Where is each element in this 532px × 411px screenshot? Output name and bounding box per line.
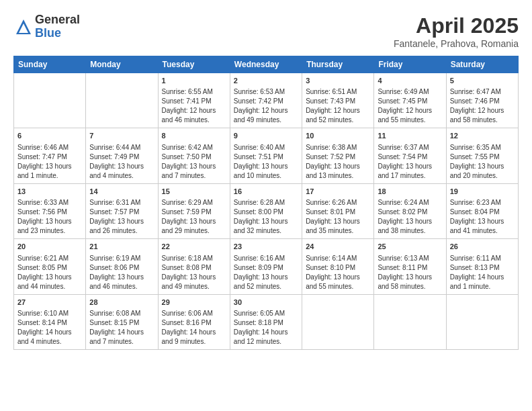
day-content: Sunset: 7:51 PM <box>234 152 298 162</box>
day-number: 5 <box>450 76 515 86</box>
day-content: Sunset: 8:13 PM <box>450 263 515 273</box>
calendar-week-row: 13Sunrise: 6:33 AMSunset: 7:56 PMDayligh… <box>14 183 519 238</box>
day-content: Sunset: 8:10 PM <box>306 263 370 273</box>
day-content: Sunrise: 6:19 AM <box>89 254 154 263</box>
day-content: Sunset: 8:08 PM <box>162 263 226 273</box>
day-content: Daylight: 13 hours and 17 minutes. <box>378 162 442 181</box>
day-content: Sunrise: 6:47 AM <box>450 87 515 97</box>
day-content: Daylight: 14 hours and 12 minutes. <box>234 328 298 347</box>
day-content: Daylight: 13 hours and 55 minutes. <box>306 273 370 291</box>
calendar-table: SundayMondayTuesdayWednesdayThursdayFrid… <box>13 56 519 350</box>
day-content: Sunrise: 6:26 AM <box>306 198 370 208</box>
calendar-cell: 11Sunrise: 6:37 AMSunset: 7:54 PMDayligh… <box>374 128 446 183</box>
day-content: Sunset: 8:02 PM <box>378 208 442 217</box>
calendar-cell: 23Sunrise: 6:16 AMSunset: 8:09 PMDayligh… <box>230 239 302 294</box>
calendar-cell: 17Sunrise: 6:26 AMSunset: 8:01 PMDayligh… <box>302 183 374 238</box>
day-content: Daylight: 13 hours and 10 minutes. <box>234 162 298 181</box>
day-number: 9 <box>234 131 298 141</box>
day-content: Sunrise: 6:40 AM <box>234 143 298 152</box>
day-number: 10 <box>306 131 370 141</box>
day-content: Sunset: 8:06 PM <box>89 263 154 273</box>
calendar-day-header: Wednesday <box>230 56 302 73</box>
day-content: Sunset: 7:45 PM <box>378 97 442 106</box>
day-content: Sunrise: 6:08 AM <box>89 309 154 318</box>
day-number: 21 <box>89 242 154 252</box>
main-title: April 2025 <box>394 13 519 38</box>
day-content: Daylight: 13 hours and 58 minutes. <box>378 273 442 291</box>
calendar-day-header: Sunday <box>14 56 86 73</box>
day-number: 25 <box>378 242 442 252</box>
day-content: Sunrise: 6:05 AM <box>234 309 298 318</box>
calendar-week-row: 20Sunrise: 6:21 AMSunset: 8:05 PMDayligh… <box>14 239 519 294</box>
day-number: 1 <box>162 76 226 86</box>
calendar-cell: 7Sunrise: 6:44 AMSunset: 7:49 PMDaylight… <box>86 128 158 183</box>
day-content: Sunset: 8:09 PM <box>234 263 298 273</box>
day-number: 24 <box>306 242 370 252</box>
calendar-cell <box>302 294 374 349</box>
day-content: Daylight: 13 hours and 32 minutes. <box>234 217 298 236</box>
calendar-day-header: Saturday <box>446 56 518 73</box>
calendar-cell: 1Sunrise: 6:55 AMSunset: 7:41 PMDaylight… <box>158 73 230 128</box>
day-content: Sunrise: 6:11 AM <box>450 254 515 263</box>
calendar-day-header: Monday <box>86 56 158 73</box>
day-content: Sunrise: 6:42 AM <box>162 143 226 152</box>
calendar-cell: 5Sunrise: 6:47 AMSunset: 7:46 PMDaylight… <box>446 73 518 128</box>
day-content: Sunrise: 6:18 AM <box>162 254 226 263</box>
calendar-day-header: Tuesday <box>158 56 230 73</box>
day-content: Daylight: 13 hours and 38 minutes. <box>378 217 442 236</box>
day-content: Daylight: 13 hours and 1 minute. <box>17 162 82 181</box>
calendar-cell: 28Sunrise: 6:08 AMSunset: 8:15 PMDayligh… <box>86 294 158 349</box>
day-content: Sunset: 7:47 PM <box>17 152 82 162</box>
calendar-cell: 21Sunrise: 6:19 AMSunset: 8:06 PMDayligh… <box>86 239 158 294</box>
day-content: Daylight: 13 hours and 23 minutes. <box>17 217 82 236</box>
day-content: Sunset: 7:41 PM <box>162 97 226 106</box>
calendar-cell: 22Sunrise: 6:18 AMSunset: 8:08 PMDayligh… <box>158 239 230 294</box>
day-number: 6 <box>17 131 82 141</box>
day-content: Sunset: 7:42 PM <box>234 97 298 106</box>
day-content: Sunset: 8:15 PM <box>89 318 154 328</box>
day-content: Sunrise: 6:16 AM <box>234 254 298 263</box>
day-number: 2 <box>234 76 298 86</box>
logo-text: General Blue <box>35 13 80 40</box>
day-content: Sunrise: 6:28 AM <box>234 198 298 208</box>
day-content: Sunrise: 6:06 AM <box>162 309 226 318</box>
logo-blue: Blue <box>35 27 80 40</box>
day-content: Sunset: 7:50 PM <box>162 152 226 162</box>
day-content: Sunrise: 6:21 AM <box>17 254 82 263</box>
logo-general: General <box>35 13 80 27</box>
calendar-week-row: 6Sunrise: 6:46 AMSunset: 7:47 PMDaylight… <box>14 128 519 183</box>
day-content: Sunset: 7:52 PM <box>306 152 370 162</box>
day-content: Sunset: 8:16 PM <box>162 318 226 328</box>
day-number: 18 <box>378 187 442 197</box>
day-content: Sunrise: 6:46 AM <box>17 143 82 152</box>
day-content: Daylight: 14 hours and 7 minutes. <box>89 328 154 347</box>
day-number: 11 <box>378 131 442 141</box>
calendar-cell: 14Sunrise: 6:31 AMSunset: 7:57 PMDayligh… <box>86 183 158 238</box>
calendar-cell: 16Sunrise: 6:28 AMSunset: 8:00 PMDayligh… <box>230 183 302 238</box>
title-block: April 2025 Fantanele, Prahova, Romania <box>394 13 519 49</box>
calendar-cell: 27Sunrise: 6:10 AMSunset: 8:14 PMDayligh… <box>14 294 86 349</box>
day-content: Sunset: 7:56 PM <box>17 208 82 217</box>
day-content: Sunset: 8:11 PM <box>378 263 442 273</box>
day-number: 30 <box>234 298 298 308</box>
calendar-cell: 20Sunrise: 6:21 AMSunset: 8:05 PMDayligh… <box>14 239 86 294</box>
day-number: 7 <box>89 131 154 141</box>
day-content: Daylight: 13 hours and 20 minutes. <box>450 162 515 181</box>
day-content: Daylight: 14 hours and 4 minutes. <box>17 328 82 347</box>
day-number: 19 <box>450 187 515 197</box>
calendar-cell: 18Sunrise: 6:24 AMSunset: 8:02 PMDayligh… <box>374 183 446 238</box>
day-content: Sunrise: 6:13 AM <box>378 254 442 263</box>
day-number: 17 <box>306 187 370 197</box>
subtitle: Fantanele, Prahova, Romania <box>394 38 519 49</box>
day-content: Daylight: 13 hours and 52 minutes. <box>234 273 298 291</box>
calendar-cell: 6Sunrise: 6:46 AMSunset: 7:47 PMDaylight… <box>14 128 86 183</box>
day-content: Sunrise: 6:51 AM <box>306 87 370 97</box>
day-content: Sunset: 7:49 PM <box>89 152 154 162</box>
day-number: 16 <box>234 187 298 197</box>
day-content: Sunrise: 6:23 AM <box>450 198 515 208</box>
day-content: Sunset: 8:14 PM <box>17 318 82 328</box>
day-number: 27 <box>17 298 82 308</box>
day-content: Sunset: 7:46 PM <box>450 97 515 106</box>
day-content: Sunrise: 6:49 AM <box>378 87 442 97</box>
day-content: Daylight: 13 hours and 44 minutes. <box>17 273 82 291</box>
